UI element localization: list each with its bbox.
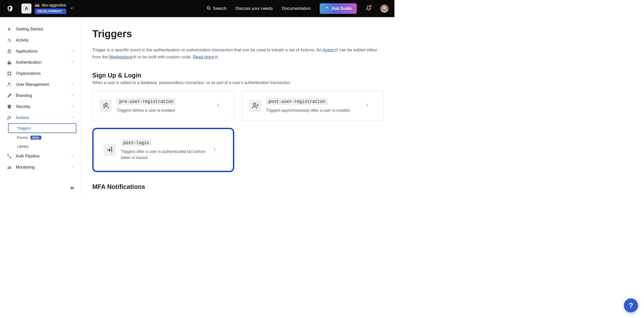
user-plus-icon <box>100 100 112 112</box>
trigger-desc: Triggers after a user is authenticated b… <box>121 149 207 161</box>
chevron-right-icon <box>365 103 370 108</box>
activity-icon <box>7 37 12 43</box>
chevron-right-icon <box>71 104 74 109</box>
svg-rect-14 <box>9 166 10 169</box>
bar-chart-icon <box>7 165 12 170</box>
sidebar-item-label: Monitoring <box>16 165 35 170</box>
svg-point-9 <box>8 83 10 85</box>
sidebar-item-applications[interactable]: Applications <box>5 46 76 57</box>
trigger-name-tag: post-login <box>121 139 151 146</box>
marketplace-link[interactable]: Marketplace <box>109 55 136 59</box>
sidebar-subitem-forms[interactable]: Forms NEW <box>14 133 76 142</box>
trigger-card-post-login[interactable]: post-login Triggers after a user is auth… <box>92 128 234 172</box>
svg-rect-15 <box>10 167 11 169</box>
actions-submenu: Triggers Forms NEW Library <box>5 123 76 151</box>
user-avatar[interactable] <box>380 5 388 13</box>
sidebar-item-label: Branding <box>16 93 32 98</box>
trigger-card-post-user-registration[interactable]: post-user-registration Triggers asynchro… <box>242 91 384 121</box>
chevron-right-icon <box>71 82 74 87</box>
external-link-icon <box>215 54 218 61</box>
sidebar-item-auth-pipeline[interactable]: Auth Pipeline <box>5 151 76 162</box>
sidebar-item-label: Activity <box>16 38 29 43</box>
brand-logo[interactable] <box>6 5 14 13</box>
layers-icon <box>7 49 12 54</box>
shield-icon <box>7 104 12 109</box>
sidebar-item-actions[interactable]: Actions <box>5 112 76 123</box>
sidebar-item-user-management[interactable]: User Management <box>5 79 76 90</box>
external-link-icon <box>335 47 338 54</box>
svg-rect-4 <box>8 62 11 64</box>
svg-line-1 <box>210 9 210 10</box>
chevron-right-icon <box>216 103 220 108</box>
sidebar-item-label: User Management <box>16 82 49 87</box>
svg-point-0 <box>207 7 210 9</box>
sidebar-item-label: Applications <box>16 49 37 54</box>
search-icon <box>206 6 211 12</box>
trigger-card-pre-user-registration[interactable]: pre-user-registration Triggers before a … <box>92 91 234 121</box>
svg-point-2 <box>328 9 329 9</box>
svg-rect-6 <box>10 72 11 73</box>
sidebar-item-organizations[interactable]: Organizations <box>5 68 76 79</box>
chevron-right-icon <box>71 49 74 54</box>
sidebar-item-branding[interactable]: Branding <box>5 90 76 101</box>
header-divider <box>18 6 18 12</box>
sidebar-subitem-triggers[interactable]: Triggers <box>8 123 76 133</box>
sidebar-item-monitoring[interactable]: Monitoring <box>5 162 76 173</box>
sidebar-item-activity[interactable]: Activity <box>5 35 76 46</box>
section-title-signup-login: Sign Up & Login <box>92 72 383 79</box>
user-icon <box>7 82 12 87</box>
page-title: Triggers <box>92 28 383 39</box>
section-subtitle: When a user is added to a database, pass… <box>92 81 383 85</box>
new-badge: NEW <box>30 136 41 140</box>
sidebar-subitem-label: Library <box>17 144 29 148</box>
svg-point-19 <box>253 103 256 105</box>
chevron-right-icon <box>71 60 74 65</box>
tenant-badge[interactable]: A <box>21 4 31 14</box>
notification-dot-icon <box>370 5 372 7</box>
tenant-info[interactable]: dev-aggvwbxi DEVELOPMENT <box>35 3 66 14</box>
svg-rect-13 <box>8 167 8 169</box>
trigger-name-tag: pre-user-registration <box>117 98 176 105</box>
tenant-name: dev-aggvwbxi <box>42 3 66 8</box>
action-link[interactable]: Action <box>323 48 338 52</box>
ask-guide-label: Ask Guide <box>332 6 352 11</box>
flow-icon <box>7 115 12 121</box>
user-plus-icon <box>249 100 261 112</box>
bolt-icon <box>7 26 12 32</box>
top-header: A dev-aggvwbxi DEVELOPMENT Search Discus… <box>0 0 394 17</box>
main-content: Triggers Trigger is a specific event in … <box>81 17 394 195</box>
ask-guide-button[interactable]: Ask Guide <box>320 3 357 14</box>
trigger-name-tag: post-user-registration <box>266 98 328 105</box>
pipeline-icon <box>7 153 12 159</box>
svg-point-16 <box>105 103 107 105</box>
search-button[interactable]: Search <box>206 6 226 12</box>
section-title-mfa: MFA Notifications <box>92 183 383 190</box>
documentation-link[interactable]: Documentation <box>282 6 311 11</box>
svg-point-11 <box>8 154 8 155</box>
chevron-right-icon <box>71 165 74 170</box>
sidebar-subitem-library[interactable]: Library <box>14 142 76 151</box>
discuss-link[interactable]: Discuss your needs <box>235 6 273 11</box>
read-more-link[interactable]: Read more <box>193 55 218 59</box>
sidebar-item-label: Actions <box>16 115 29 120</box>
chevron-right-icon <box>71 154 74 158</box>
notifications-button[interactable] <box>366 5 371 12</box>
us-flag-icon <box>35 4 39 7</box>
svg-point-12 <box>10 157 11 158</box>
sidebar-item-authentication[interactable]: Authentication <box>5 57 76 68</box>
sidebar: Getting Started Activity Applications Au… <box>0 17 81 195</box>
sparkle-icon <box>325 6 329 11</box>
sidebar-item-label: Security <box>16 104 30 109</box>
tenant-chevron-down-icon[interactable] <box>70 6 74 11</box>
sidebar-item-label: Organizations <box>16 71 41 76</box>
external-link-icon <box>133 54 136 61</box>
svg-rect-5 <box>8 72 9 73</box>
grid-icon <box>7 71 12 76</box>
chevron-right-icon <box>71 93 74 98</box>
trigger-desc: Triggers before a user is created <box>117 107 211 113</box>
sidebar-item-security[interactable]: Security <box>5 101 76 112</box>
svg-point-10 <box>10 83 11 84</box>
sidebar-item-getting-started[interactable]: Getting Started <box>5 24 76 35</box>
login-arrow-icon <box>104 144 116 156</box>
collapse-sidebar-button[interactable] <box>69 185 75 191</box>
